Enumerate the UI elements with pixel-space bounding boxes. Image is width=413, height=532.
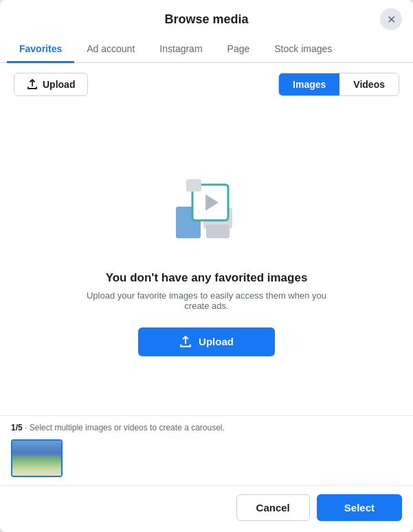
media-thumbnails <box>11 439 402 477</box>
thumbnail-image <box>12 441 61 476</box>
tab-ad-account[interactable]: Ad account <box>74 36 147 63</box>
images-toggle[interactable]: Images <box>279 73 339 95</box>
bottom-section: 1/5 · Select multiple images or videos t… <box>0 415 413 485</box>
carousel-hint: 1/5 · Select multiple images or videos t… <box>11 423 402 432</box>
modal-header: Browse media ✕ <box>0 0 413 27</box>
cancel-button[interactable]: Cancel <box>236 494 310 521</box>
tab-stock-images[interactable]: Stock images <box>262 36 344 63</box>
tab-bar: Favorites Ad account Instagram Page Stoc… <box>0 36 413 63</box>
tab-instagram[interactable]: Instagram <box>147 36 214 63</box>
select-button[interactable]: Select <box>317 494 402 521</box>
empty-state-title: You don't have any favorited images <box>106 271 308 285</box>
tab-favorites[interactable]: Favorites <box>7 36 74 63</box>
thumbnail-item[interactable] <box>11 439 63 477</box>
videos-toggle[interactable]: Videos <box>339 73 399 95</box>
modal-title: Browse media <box>164 12 248 27</box>
upload-button[interactable]: Upload <box>14 73 88 96</box>
toolbar: Upload Images Videos <box>0 63 413 106</box>
carousel-hint-text: · Select multiple images or videos to cr… <box>25 423 225 432</box>
carousel-count: 1/5 <box>11 423 23 432</box>
favorites-empty-icon <box>162 165 252 255</box>
close-button[interactable]: ✕ <box>380 8 402 30</box>
upload-large-button[interactable]: Upload <box>138 327 275 356</box>
tab-page[interactable]: Page <box>215 36 263 63</box>
content-area: You don't have any favorited images Uplo… <box>0 106 413 415</box>
empty-illustration <box>162 165 252 255</box>
svg-rect-4 <box>206 224 230 238</box>
upload-icon <box>27 79 38 90</box>
upload-large-icon <box>179 336 192 348</box>
empty-state-subtitle: Upload your favorite images to easily ac… <box>80 290 334 311</box>
footer-actions: Cancel Select <box>0 485 413 532</box>
browse-media-modal: Browse media ✕ Favorites Ad account Inst… <box>0 0 413 532</box>
media-type-toggle: Images Videos <box>278 73 399 96</box>
svg-rect-5 <box>186 179 201 192</box>
